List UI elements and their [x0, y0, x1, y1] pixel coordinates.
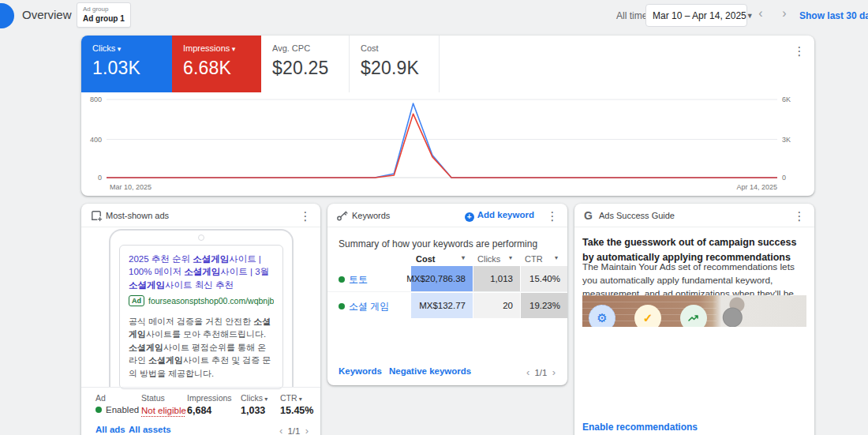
app-logo-icon[interactable]: [0, 3, 14, 28]
ad-phone-mockup: 2025 추천 순위 소셜게임사이트 | 100% 메이저 소셜게임사이트 | …: [109, 229, 294, 387]
ad-group-scope-selector[interactable]: Ad group Ad group 1: [77, 2, 131, 28]
kw-clicks-cell: 1,013: [473, 266, 520, 291]
keywords-icon: [336, 209, 349, 222]
negative-keywords-link[interactable]: Negative keywords: [389, 366, 471, 376]
ad-state-cell: Enabled: [95, 405, 139, 414]
most-shown-ads-panel: Most-shown ads ⋮ 2025 추천 순위 소셜게임사이트 | 10…: [81, 204, 320, 435]
range-mode-label: All time: [616, 10, 647, 21]
metric-value-impressions: 6.68K: [183, 58, 261, 79]
panel-title-keywords: Keywords: [352, 211, 390, 220]
keywords-panel: Keywords +Add keyword ⋮ Summary of how y…: [327, 204, 567, 385]
col-header-ctr[interactable]: CTR: [280, 393, 302, 403]
keyword-name[interactable]: 소셜 게임: [339, 300, 389, 313]
metric-label-avg-cpc: Avg. CPC: [272, 43, 349, 53]
right-axis-tick-0: 0: [782, 174, 786, 182]
ad-status-cell[interactable]: Not eligible: [141, 405, 186, 416]
ad-clicks-cell: 1,033: [241, 405, 265, 416]
ad-headline[interactable]: 2025 추천 순위 소셜게임사이트 | 100% 메이저 소셜게임사이트 | …: [129, 253, 274, 291]
kw-cost-cell: MX$132.77: [411, 293, 473, 318]
ad-description: 공식 메이저 검증을 거친 안전한 소셜게임사이트를 모아 추천해드립니다. 소…: [129, 315, 274, 381]
x-axis-start-label: Mar 10, 2025: [110, 183, 152, 191]
panel-title-most-shown-ads: Most-shown ads: [106, 211, 169, 220]
metric-card-clicks[interactable]: Clicks 1.03K: [81, 36, 172, 92]
keyword-status-dot-icon: [339, 303, 345, 309]
enabled-status-dot-icon: [95, 407, 102, 413]
metric-card-impressions[interactable]: Impressions 6.68K: [172, 36, 261, 92]
performance-summary-card: Clicks 1.03K Impressions 6.68K Avg. CPC …: [81, 36, 814, 196]
col-header-status[interactable]: Status: [141, 393, 165, 403]
performance-line-chart[interactable]: 800 400 0 6K 3K 0 Mar 10, 2025 Apr 14, 2…: [81, 92, 814, 196]
left-axis-tick-400: 400: [90, 136, 102, 144]
add-keyword-button[interactable]: +Add keyword: [465, 210, 534, 222]
prev-page-icon[interactable]: ‹: [277, 425, 285, 435]
trend-badge-icon: [680, 305, 707, 327]
page-indicator: 1/1: [534, 368, 547, 377]
kw-clicks-cell: 20: [473, 293, 520, 318]
ad-badge: Ad: [129, 295, 144, 306]
success-guide-menu-icon[interactable]: ⋮: [792, 210, 806, 223]
all-ads-link[interactable]: All ads: [95, 425, 125, 434]
ad-preview-card[interactable]: 2025 추천 순위 소셜게임사이트 | 100% 메이저 소셜게임사이트 | …: [119, 245, 283, 389]
next-page-icon[interactable]: ›: [550, 366, 558, 378]
keyword-name[interactable]: 토토: [339, 273, 368, 287]
metric-card-avg-cpc[interactable]: Avg. CPC $20.25: [261, 36, 350, 92]
phone-camera-icon: [198, 234, 204, 241]
keyword-status-dot-icon: [339, 276, 345, 283]
ad-preview-icon: [90, 209, 103, 222]
enable-recommendations-link[interactable]: Enable recommendations: [582, 422, 698, 433]
kw-ctr-cell: 15.40%: [521, 266, 567, 291]
show-last-30-days-link[interactable]: Show last 30 days: [799, 10, 868, 21]
date-range-value: Mar 10 – Apr 14, 2025: [653, 10, 746, 21]
add-icon: +: [465, 212, 474, 222]
keyword-row: 토토 MX$20,786.38 1,013 15.40%: [327, 265, 567, 292]
metric-label-impressions: Impressions: [183, 43, 261, 53]
col-header-clicks[interactable]: Clicks: [241, 393, 268, 403]
kw-cost-cell: MX$20,786.38: [411, 266, 473, 291]
metric-label-cost: Cost: [361, 43, 439, 53]
ad-impressions-cell: 6,684: [187, 405, 211, 416]
google-g-icon: G: [584, 209, 593, 222]
page-indicator: 1/1: [287, 426, 300, 435]
left-axis-tick-800: 800: [90, 96, 102, 103]
kw-ctr-cell: 19.23%: [521, 293, 567, 318]
metric-label-clicks: Clicks: [92, 43, 172, 53]
card-menu-icon[interactable]: ⋮: [792, 45, 806, 58]
keywords-summary-text: Summary of how your keywords are perform…: [339, 238, 537, 249]
metric-value-avg-cpc: $20.25: [272, 58, 349, 79]
x-axis-end-label: Apr 14, 2025: [736, 183, 777, 191]
divider: [81, 387, 320, 388]
guide-illustration-image: ⚙ ✓: [582, 295, 806, 327]
date-prev-button[interactable]: ‹: [752, 6, 769, 21]
ad-ctr-cell: 15.45%: [280, 405, 313, 416]
gear-badge-icon: ⚙: [589, 305, 615, 327]
scope-type-label: Ad group: [83, 6, 125, 13]
metric-value-clicks: 1.03K: [92, 58, 172, 79]
keywords-link[interactable]: Keywords: [339, 366, 382, 376]
most-shown-ads-menu-icon[interactable]: ⋮: [298, 210, 312, 223]
scope-value-label: Ad group 1: [83, 13, 125, 24]
date-next-button[interactable]: ›: [776, 6, 793, 21]
prev-page-icon[interactable]: ‹: [524, 366, 532, 378]
metric-value-cost: $20.9K: [361, 58, 439, 79]
check-badge-icon: ✓: [634, 305, 661, 327]
col-header-impressions[interactable]: Impressions: [187, 393, 232, 403]
left-axis-tick-0: 0: [98, 174, 102, 182]
next-page-icon[interactable]: ›: [303, 425, 311, 435]
ads-success-guide-panel: G Ads Success Guide ⋮ Take the guesswork…: [574, 204, 814, 435]
all-assets-link[interactable]: All assets: [129, 425, 171, 434]
right-axis-tick-3k: 3K: [782, 136, 791, 144]
chart-series: [107, 103, 777, 178]
page-title: Overview: [22, 8, 72, 21]
panel-title-success-guide: Ads Success Guide: [599, 211, 675, 220]
keyword-row: 소셜 게임 MX$132.77 20 19.23%: [327, 292, 567, 319]
col-header-ad[interactable]: Ad: [95, 393, 106, 403]
right-axis-tick-6k: 6K: [782, 96, 791, 103]
date-range-picker[interactable]: Mar 10 – Apr 14, 2025 ▼: [645, 4, 747, 27]
keywords-menu-icon[interactable]: ⋮: [545, 210, 559, 223]
ad-display-url: fourseasonsptshop00.com/wqbnjb22/jjdbfj2…: [148, 296, 274, 306]
metric-card-cost[interactable]: Cost $20.9K: [350, 36, 440, 92]
